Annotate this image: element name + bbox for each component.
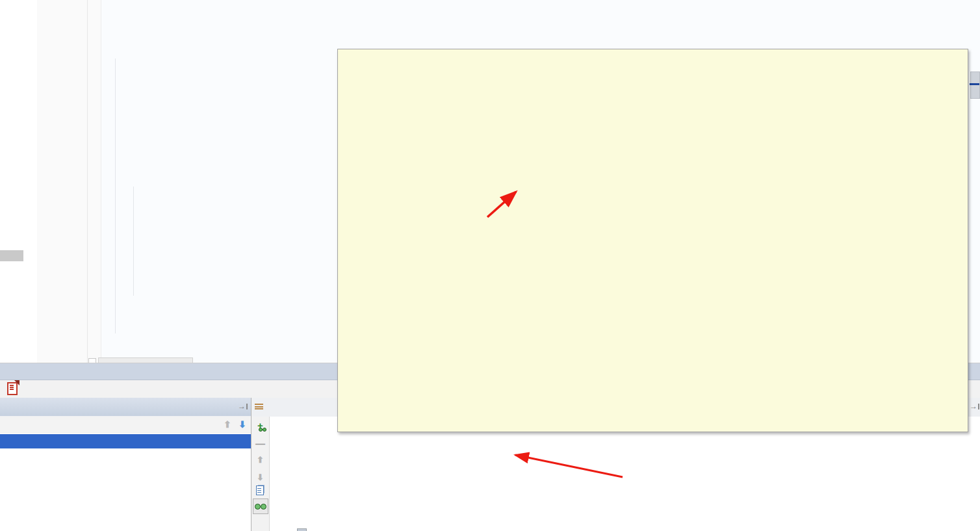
selected-frame-row[interactable] [0, 434, 251, 448]
frames-pane-header[interactable]: → [0, 398, 251, 416]
move-down-icon[interactable]: ⬇ [254, 472, 266, 484]
indent-guide [133, 187, 134, 296]
hide-panel-icon[interactable]: → [970, 401, 979, 411]
duplicate-watch-icon[interactable] [256, 486, 264, 495]
caret-position-mark [970, 83, 979, 85]
indent-guide [115, 58, 116, 333]
variables-menu-icon[interactable] [255, 404, 263, 410]
left-scroll-block [0, 250, 23, 261]
variables-tree [270, 417, 980, 531]
frame-up-icon[interactable]: ⬆ [222, 419, 233, 430]
variables-side-toolbar: + — ⬆ ⬇ [251, 417, 270, 531]
gutter [37, 0, 101, 363]
ide-window: → → ⬆ ⬇ + — ⬆ ⬇ [0, 0, 980, 531]
move-up-icon[interactable]: ⬆ [254, 454, 266, 467]
evaluated-sql-popup [337, 49, 968, 432]
hide-panel-icon[interactable]: → [238, 401, 248, 411]
frames-toolbar: ⬆ ⬇ [0, 417, 251, 434]
left-margin-column [0, 0, 37, 363]
add-watch-icon[interactable]: + [254, 420, 266, 432]
partial-row-icon [297, 528, 307, 531]
frames-pane: ⬆ ⬇ [0, 417, 251, 531]
restore-layout-icon[interactable] [7, 382, 18, 395]
frame-down-icon[interactable]: ⬇ [237, 419, 248, 430]
editor-scrollbar-thumb[interactable] [970, 71, 980, 99]
show-watches-icon[interactable] [253, 499, 268, 514]
pane-separator[interactable] [251, 398, 251, 531]
remove-watch-icon[interactable]: — [254, 438, 266, 450]
